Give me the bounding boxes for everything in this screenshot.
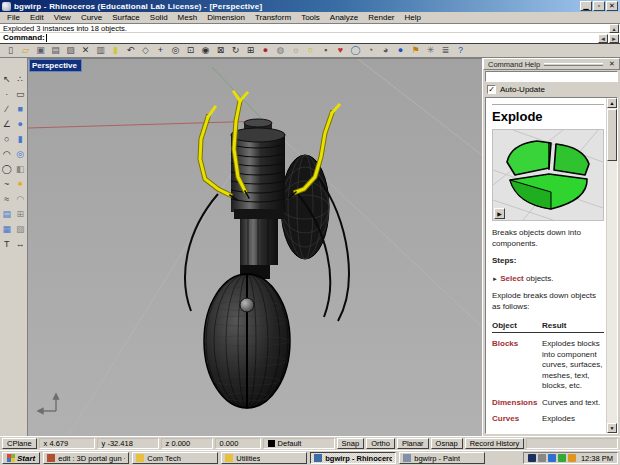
sphere-icon[interactable]: ●: [14, 117, 27, 132]
status-toggle-button[interactable]: Osnap: [431, 438, 463, 449]
tray-icon-update[interactable]: [568, 454, 576, 462]
options-gear-icon[interactable]: ✳: [423, 44, 438, 57]
menu-item[interactable]: Curve: [76, 13, 107, 22]
paste-icon[interactable]: ▮: [108, 44, 123, 57]
ellipse-icon[interactable]: ◯: [0, 162, 13, 177]
zoom-window-icon[interactable]: ⊡: [183, 44, 198, 57]
layer-indicator[interactable]: Default: [263, 438, 335, 449]
play-animation-button[interactable]: ▶: [494, 208, 505, 219]
tray-icon-antivirus[interactable]: [558, 454, 566, 462]
arc-icon[interactable]: ◠: [0, 147, 13, 162]
lamp-icon[interactable]: ○: [303, 44, 318, 57]
viewport-perspective[interactable]: Perspective: [28, 58, 482, 436]
text-icon[interactable]: T: [0, 237, 13, 252]
object-link[interactable]: Curves: [492, 414, 542, 425]
help-close-icon[interactable]: ✕: [607, 60, 617, 68]
surface-icon[interactable]: ▤: [0, 207, 13, 222]
delete-icon[interactable]: ✕: [78, 44, 93, 57]
task-com-tech[interactable]: Com Tech: [132, 452, 218, 464]
auto-update-checkbox[interactable]: ✓: [487, 85, 496, 94]
help-scrollbar[interactable]: ▲ ▼: [606, 98, 617, 433]
boolean-icon[interactable]: ◧: [14, 162, 27, 177]
scrollbar-thumb[interactable]: [607, 109, 617, 161]
sun-light-icon[interactable]: ☼: [288, 44, 303, 57]
status-toggle-button[interactable]: Ortho: [366, 438, 395, 449]
viewport-title[interactable]: Perspective: [29, 59, 82, 72]
ring-icon[interactable]: ◯: [348, 44, 363, 57]
minimize-button[interactable]: ▁: [580, 1, 592, 11]
help-icon[interactable]: ?: [453, 44, 468, 57]
tray-icon-messenger[interactable]: [548, 454, 556, 462]
task-bgwirp-paint[interactable]: bgwirp - Paint: [399, 452, 485, 464]
wireframe-view-icon[interactable]: ◍: [273, 44, 288, 57]
menu-item[interactable]: Help: [400, 13, 426, 22]
hide-icon[interactable]: ▧: [14, 222, 27, 237]
helix-icon[interactable]: ≈: [0, 192, 13, 207]
viewport-layout-icon[interactable]: ⊞: [243, 44, 258, 57]
line-icon[interactable]: ∕: [0, 102, 13, 117]
flag-icon[interactable]: ⚑: [408, 44, 423, 57]
menu-item[interactable]: Render: [363, 13, 399, 22]
points-icon[interactable]: ∴: [14, 72, 27, 87]
rectangle-icon[interactable]: ▭: [14, 87, 27, 102]
cplane-button[interactable]: CPlane: [2, 438, 37, 449]
loft-icon[interactable]: ▦: [0, 222, 13, 237]
menu-item[interactable]: File: [2, 13, 25, 22]
circle-icon[interactable]: ○: [0, 132, 13, 147]
command-scroll-left-icon[interactable]: ◄: [598, 34, 608, 43]
menu-item[interactable]: Mesh: [173, 13, 203, 22]
move-icon[interactable]: +: [153, 44, 168, 57]
render-shade-icon[interactable]: ♥: [333, 44, 348, 57]
status-toggle-button[interactable]: Snap: [337, 438, 365, 449]
tray-icon-network[interactable]: [528, 454, 536, 462]
menu-item[interactable]: Dimension: [202, 13, 250, 22]
clock-icon[interactable]: ◔: [363, 44, 378, 57]
menu-item[interactable]: Analyze: [325, 13, 363, 22]
explode-icon[interactable]: ✶: [14, 177, 27, 192]
menu-item[interactable]: Surface: [107, 13, 145, 22]
pipe-icon[interactable]: ◎: [14, 147, 27, 162]
move-objects-icon[interactable]: ↔: [14, 237, 27, 252]
polyline-icon[interactable]: ∠: [0, 117, 13, 132]
task-edit-3d-portal-gun[interactable]: edit : 3D portal gun + An...: [43, 452, 129, 464]
help-search-field[interactable]: [485, 71, 618, 82]
menu-item[interactable]: Solid: [145, 13, 173, 22]
tray-icon-settings[interactable]: [538, 454, 546, 462]
zoom-icon[interactable]: ◎: [168, 44, 183, 57]
copy-page-icon[interactable]: ▨: [63, 44, 78, 57]
shaded-view-icon[interactable]: ●: [258, 44, 273, 57]
restore-button[interactable]: ▫: [593, 1, 605, 11]
status-toggle-button[interactable]: Planar: [397, 438, 429, 449]
menu-item[interactable]: Transform: [250, 13, 296, 22]
join-icon[interactable]: ⊞: [14, 207, 27, 222]
scroll-up-icon[interactable]: ▲: [607, 98, 617, 108]
zoom-dynamic-icon[interactable]: ◉: [198, 44, 213, 57]
command-line[interactable]: Command: ◄ ►: [0, 33, 620, 44]
print-icon[interactable]: ▤: [48, 44, 63, 57]
scroll-down-icon[interactable]: ▼: [607, 423, 617, 433]
status-toggle-button[interactable]: Record History: [465, 438, 525, 449]
select-pointer-icon[interactable]: ↖: [0, 72, 13, 87]
task-utilities[interactable]: Utilities: [221, 452, 307, 464]
rotate-view-icon[interactable]: ↻: [228, 44, 243, 57]
lock-objects-icon[interactable]: ▪: [318, 44, 333, 57]
layers-icon[interactable]: ≣: [438, 44, 453, 57]
menu-item[interactable]: Edit: [25, 13, 49, 22]
close-button[interactable]: ✕: [606, 1, 618, 11]
open-file-icon[interactable]: ▱: [18, 44, 33, 57]
curve-icon[interactable]: ~: [0, 177, 13, 192]
task-bgwirp-rhinoceros[interactable]: bgwirp - Rhinoceros (...: [310, 452, 396, 464]
duplicate-icon[interactable]: ▥: [93, 44, 108, 57]
history-scroll-up-icon[interactable]: ▴: [609, 24, 619, 33]
object-link[interactable]: Blocks: [492, 339, 542, 392]
box-icon[interactable]: ■: [14, 102, 27, 117]
history-clock-icon[interactable]: ◕: [378, 44, 393, 57]
fillet-icon[interactable]: ◠: [14, 192, 27, 207]
command-scroll-right-icon[interactable]: ►: [609, 34, 619, 43]
start-button[interactable]: Start: [2, 452, 40, 464]
pan-hand-icon[interactable]: ◇: [138, 44, 153, 57]
undo-icon[interactable]: ↶: [123, 44, 138, 57]
cylinder-icon[interactable]: ▮: [14, 132, 27, 147]
render-icon[interactable]: ●: [393, 44, 408, 57]
select-link[interactable]: Select: [500, 274, 524, 283]
